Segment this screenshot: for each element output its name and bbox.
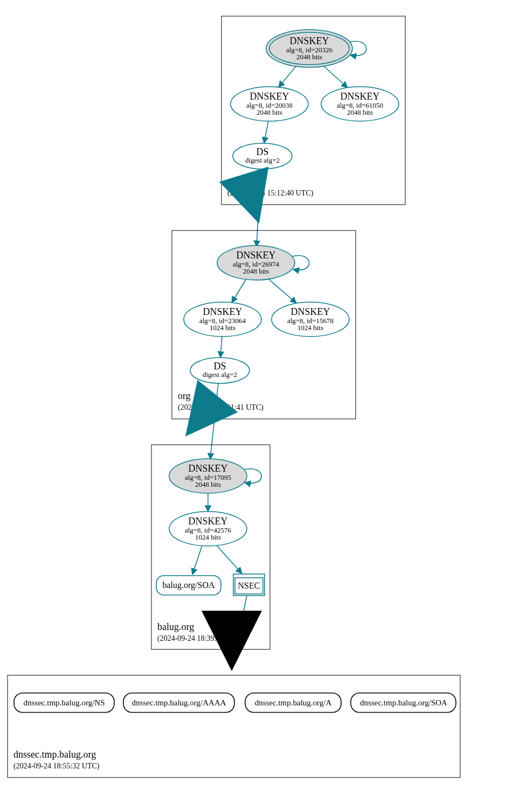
- edge-root-ksk-to-zsk1: [279, 66, 296, 87]
- svg-text:2048 bits: 2048 bits: [347, 108, 373, 116]
- zone-timestamp-dnssec-tmp: (2024-09-24 18:55:32 UTC): [13, 762, 100, 771]
- edge-org-ksk-to-zsk1: [232, 279, 246, 303]
- dnskey-root-zsk2: DNSKEY alg=8, id=61050 2048 bits: [321, 87, 399, 121]
- zone-label-root: .: [227, 176, 230, 187]
- edge-root-ksk-to-zsk2: [323, 66, 348, 88]
- svg-text:digest alg=2: digest alg=2: [203, 370, 237, 379]
- ds-org: DS digest alg=2: [190, 358, 249, 383]
- zone-timestamp-root: (2024-09-24 15:12:40 UTC): [227, 189, 314, 198]
- svg-text:DNSKEY: DNSKEY: [236, 250, 275, 261]
- svg-text:DNSKEY: DNSKEY: [188, 463, 227, 474]
- svg-text:dnssec.tmp.balug.org/AAAA: dnssec.tmp.balug.org/AAAA: [131, 698, 226, 707]
- zone-timestamp-org: (2024-09-24 17:11:41 UTC): [178, 403, 264, 412]
- svg-text:2048 bits: 2048 bits: [195, 480, 221, 488]
- svg-text:NSEC: NSEC: [238, 581, 260, 590]
- dnskey-balug-ksk: DNSKEY alg=8, id=17095 2048 bits: [169, 459, 247, 493]
- edge-zone-org-to-balug: [189, 419, 199, 432]
- record-dnssec-soa: dnssec.tmp.balug.org/SOA: [351, 693, 456, 712]
- dnskey-root-zsk1: DNSKEY alg=8, id=20038 2048 bits: [231, 87, 308, 121]
- edge-balug-zsk-to-nsec: [217, 545, 242, 573]
- record-dnssec-aaaa: dnssec.tmp.balug.org/AAAA: [123, 693, 234, 712]
- record-dnssec-a: dnssec.tmp.balug.org/A: [245, 693, 341, 712]
- zone-timestamp-balug: (2024-09-24 18:39:11 UTC): [157, 634, 243, 643]
- zone-label-balug: balug.org: [157, 621, 194, 632]
- svg-text:DNSKEY: DNSKEY: [203, 306, 242, 317]
- dnskey-root-ksk: DNSKEY alg=8, id=20326 2048 bits: [266, 30, 352, 67]
- svg-text:1024 bits: 1024 bits: [297, 324, 323, 332]
- svg-text:1024 bits: 1024 bits: [210, 324, 235, 332]
- svg-text:DNSKEY: DNSKEY: [249, 91, 289, 102]
- edge-balug-zsk-to-soa: [192, 545, 202, 575]
- svg-text:DNSKEY: DNSKEY: [290, 306, 330, 317]
- zone-label-dnssec-tmp: dnssec.tmp.balug.org: [13, 749, 96, 760]
- zone-label-org: org: [178, 390, 191, 401]
- edge-org-ds-to-balug-ksk: [210, 383, 218, 459]
- svg-text:DS: DS: [213, 361, 226, 372]
- dnssec-graph: . (2024-09-24 15:12:40 UTC) DNSKEY alg=8…: [0, 0, 513, 812]
- record-balug-soa: balug.org/SOA: [156, 576, 221, 595]
- edge-root-ds-to-org-ksk: [256, 169, 261, 247]
- edge-org-zsk1-to-ds: [220, 337, 222, 358]
- svg-text:dnssec.tmp.balug.org/SOA: dnssec.tmp.balug.org/SOA: [360, 698, 447, 707]
- svg-text:balug.org/SOA: balug.org/SOA: [162, 580, 214, 590]
- edge-zone-root-to-org: [253, 205, 258, 219]
- svg-text:DS: DS: [256, 146, 268, 157]
- record-dnssec-ns: dnssec.tmp.balug.org/NS: [14, 693, 114, 712]
- edge-balug-nsec-to-dnssec: [232, 596, 247, 668]
- svg-text:DNSKEY: DNSKEY: [289, 36, 329, 46]
- svg-text:DNSKEY: DNSKEY: [340, 91, 379, 102]
- svg-text:1024 bits: 1024 bits: [195, 533, 221, 541]
- dnskey-org-zsk2: DNSKEY alg=8, id=15678 1024 bits: [272, 302, 349, 337]
- edge-root-zsk1-to-ds: [264, 121, 268, 143]
- dnskey-org-ksk: DNSKEY alg=8, id=26974 2048 bits: [217, 246, 295, 280]
- svg-text:2048 bits: 2048 bits: [243, 267, 269, 275]
- svg-text:2048 bits: 2048 bits: [296, 53, 322, 61]
- edge-org-ksk-to-zsk2: [268, 279, 296, 303]
- ds-root: DS digest alg=2: [233, 143, 292, 169]
- dnskey-org-zsk1: DNSKEY alg=8, id=23064 1024 bits: [184, 302, 261, 337]
- svg-text:dnssec.tmp.balug.org/A: dnssec.tmp.balug.org/A: [255, 698, 332, 707]
- svg-text:2048 bits: 2048 bits: [256, 108, 282, 116]
- svg-text:dnssec.tmp.balug.org/NS: dnssec.tmp.balug.org/NS: [24, 698, 105, 707]
- svg-text:digest alg=2: digest alg=2: [245, 156, 280, 164]
- svg-text:DNSKEY: DNSKEY: [188, 516, 227, 527]
- record-balug-nsec: NSEC: [233, 574, 265, 596]
- dnskey-balug-zsk: DNSKEY alg=8, id=42576 1024 bits: [169, 512, 247, 546]
